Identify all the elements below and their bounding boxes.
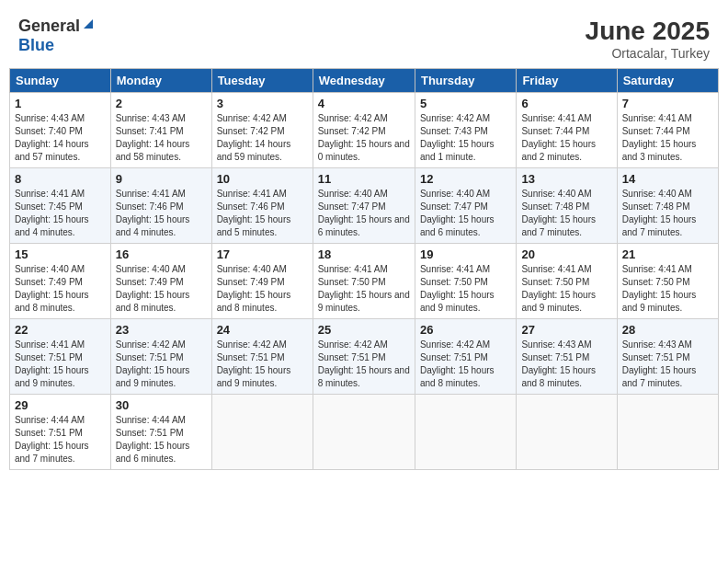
day-16: 16 Sunrise: 4:40 AMSunset: 7:49 PMDaylig… [110, 244, 211, 319]
week-row-2: 8 Sunrise: 4:41 AMSunset: 7:45 PMDayligh… [10, 168, 719, 244]
empty-cell-1 [211, 395, 313, 470]
day-4: 4 Sunrise: 4:42 AMSunset: 7:42 PMDayligh… [313, 93, 415, 168]
day-7: 7 Sunrise: 4:41 AMSunset: 7:44 PMDayligh… [617, 93, 718, 168]
logo-blue: Blue [18, 36, 54, 54]
day-9: 9 Sunrise: 4:41 AMSunset: 7:46 PMDayligh… [110, 168, 211, 244]
empty-cell-5 [617, 395, 718, 470]
day-24: 24 Sunrise: 4:42 AMSunset: 7:51 PMDaylig… [211, 319, 313, 395]
week-row-1: 1 Sunrise: 4:43 AMSunset: 7:40 PMDayligh… [10, 93, 719, 168]
col-saturday: Saturday [617, 69, 718, 93]
day-20: 20 Sunrise: 4:41 AMSunset: 7:50 PMDaylig… [517, 244, 617, 319]
location-subtitle: Ortacalar, Turkey [586, 46, 710, 61]
day-2: 2 Sunrise: 4:43 AMSunset: 7:41 PMDayligh… [110, 93, 211, 168]
day-5: 5 Sunrise: 4:42 AMSunset: 7:43 PMDayligh… [415, 93, 516, 168]
page-header: General Blue June 2025 Ortacalar, Turkey [9, 9, 719, 64]
day-14: 14 Sunrise: 4:40 AMSunset: 7:48 PMDaylig… [617, 168, 718, 244]
col-sunday: Sunday [10, 69, 111, 93]
day-3: 3 Sunrise: 4:42 AMSunset: 7:42 PMDayligh… [211, 93, 313, 168]
day-12: 12 Sunrise: 4:40 AMSunset: 7:47 PMDaylig… [415, 168, 516, 244]
day-19: 19 Sunrise: 4:41 AMSunset: 7:50 PMDaylig… [415, 244, 516, 319]
calendar-header-row: Sunday Monday Tuesday Wednesday Thursday… [10, 69, 719, 93]
empty-cell-3 [415, 395, 516, 470]
logo: General Blue [18, 17, 95, 55]
day-28: 28 Sunrise: 4:43 AMSunset: 7:51 PMDaylig… [617, 319, 718, 395]
day-23: 23 Sunrise: 4:42 AMSunset: 7:51 PMDaylig… [110, 319, 211, 395]
week-row-5: 29 Sunrise: 4:44 AMSunset: 7:51 PMDaylig… [10, 395, 719, 470]
calendar-table: Sunday Monday Tuesday Wednesday Thursday… [9, 68, 719, 470]
day-27: 27 Sunrise: 4:43 AMSunset: 7:51 PMDaylig… [517, 319, 617, 395]
day-21: 21 Sunrise: 4:41 AMSunset: 7:50 PMDaylig… [617, 244, 718, 319]
col-friday: Friday [517, 69, 617, 93]
day-30: 30 Sunrise: 4:44 AMSunset: 7:51 PMDaylig… [110, 395, 211, 470]
day-15: 15 Sunrise: 4:40 AMSunset: 7:49 PMDaylig… [10, 244, 111, 319]
day-26: 26 Sunrise: 4:42 AMSunset: 7:51 PMDaylig… [415, 319, 516, 395]
title-block: June 2025 Ortacalar, Turkey [586, 17, 710, 61]
day-25: 25 Sunrise: 4:42 AMSunset: 7:51 PMDaylig… [313, 319, 415, 395]
col-thursday: Thursday [415, 69, 516, 93]
day-10: 10 Sunrise: 4:41 AMSunset: 7:46 PMDaylig… [211, 168, 313, 244]
day-13: 13 Sunrise: 4:40 AMSunset: 7:48 PMDaylig… [517, 168, 617, 244]
week-row-3: 15 Sunrise: 4:40 AMSunset: 7:49 PMDaylig… [10, 244, 719, 319]
logo-triangle-icon [82, 17, 95, 34]
day-22: 22 Sunrise: 4:41 AMSunset: 7:51 PMDaylig… [10, 319, 111, 395]
day-8: 8 Sunrise: 4:41 AMSunset: 7:45 PMDayligh… [10, 168, 111, 244]
week-row-4: 22 Sunrise: 4:41 AMSunset: 7:51 PMDaylig… [10, 319, 719, 395]
day-17: 17 Sunrise: 4:40 AMSunset: 7:49 PMDaylig… [211, 244, 313, 319]
day-6: 6 Sunrise: 4:41 AMSunset: 7:44 PMDayligh… [517, 93, 617, 168]
svg-marker-0 [84, 19, 93, 29]
empty-cell-2 [313, 395, 415, 470]
day-18: 18 Sunrise: 4:41 AMSunset: 7:50 PMDaylig… [313, 244, 415, 319]
empty-cell-4 [517, 395, 617, 470]
col-monday: Monday [110, 69, 211, 93]
month-title: June 2025 [586, 17, 710, 46]
day-1: 1 Sunrise: 4:43 AMSunset: 7:40 PMDayligh… [10, 93, 111, 168]
day-29: 29 Sunrise: 4:44 AMSunset: 7:51 PMDaylig… [10, 395, 111, 470]
col-tuesday: Tuesday [211, 69, 313, 93]
day-11: 11 Sunrise: 4:40 AMSunset: 7:47 PMDaylig… [313, 168, 415, 244]
logo-general: General [18, 17, 80, 36]
col-wednesday: Wednesday [313, 69, 415, 93]
